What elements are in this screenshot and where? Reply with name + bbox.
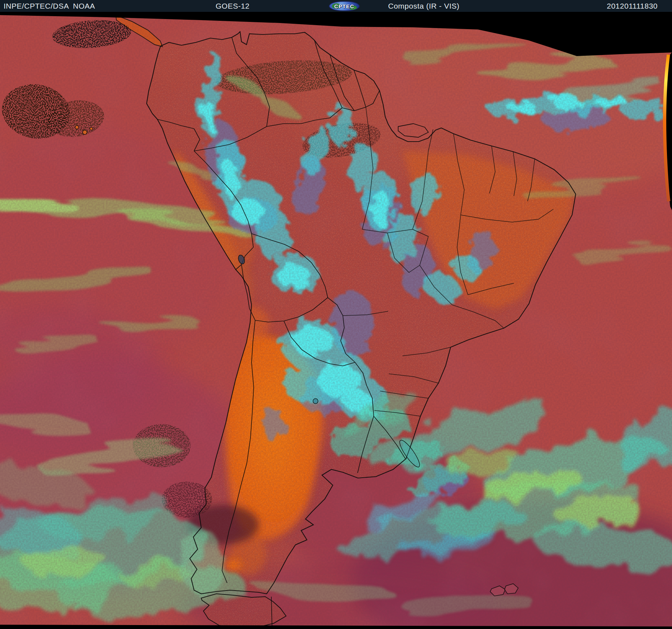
screenshot: INPE/CPTEC/DSA NOAA GOES-12 CPTEC Compos… bbox=[0, 0, 672, 629]
satellite-composite-svg bbox=[0, 12, 672, 629]
timestamp-label: 201201111830 bbox=[607, 0, 658, 12]
mar-chiquita-lake bbox=[313, 399, 318, 404]
cptec-logo-text: CPTEC bbox=[330, 2, 359, 11]
satellite-image bbox=[0, 12, 672, 629]
noaa-label: NOAA bbox=[73, 0, 95, 12]
satellite-label: GOES-12 bbox=[216, 0, 250, 12]
image-grain bbox=[0, 12, 672, 629]
cptec-logo: CPTEC bbox=[329, 1, 360, 11]
header-bar: INPE/CPTEC/DSA NOAA GOES-12 CPTEC Compos… bbox=[0, 0, 672, 12]
agency-label: INPE/CPTEC/DSA bbox=[4, 0, 69, 12]
product-label: Composta (IR - VIS) bbox=[388, 0, 460, 12]
